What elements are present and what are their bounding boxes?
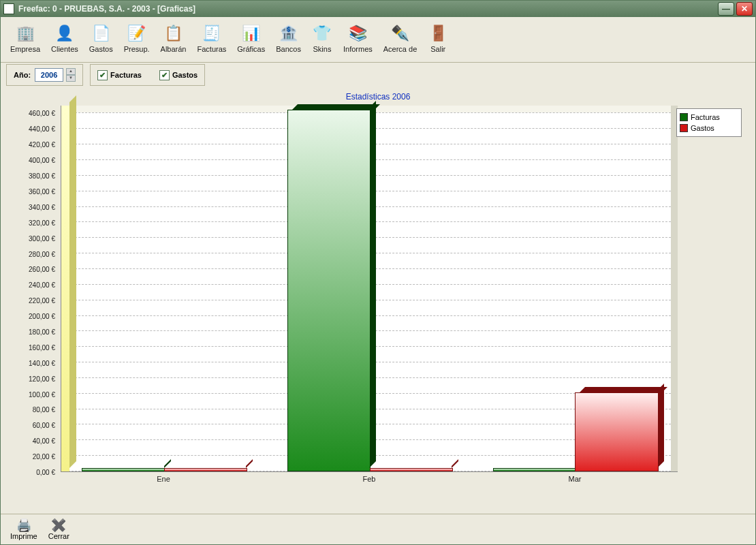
legend-label: Facturas — [691, 113, 720, 121]
plot-region — [61, 106, 678, 472]
toolbar-facturas-button[interactable]: 🧾Facturas — [191, 18, 232, 58]
y-tick-label: 200,00 € — [29, 313, 55, 320]
chart-body: 0,00 €20,00 €40,00 €60,00 €80,00 €100,00… — [17, 106, 678, 484]
cerrar-icon: ✖️ — [51, 518, 66, 532]
x-axis: EneFebMar — [61, 473, 678, 484]
toolbar-bancos-button[interactable]: 🏦Bancos — [270, 18, 306, 58]
y-tick-label: 80,00 € — [33, 406, 55, 414]
bar-facturas-ene — [82, 469, 164, 471]
bottom-cerrar-button[interactable]: ✖️Cerrar — [43, 516, 75, 543]
year-spin-down[interactable]: ▼ — [66, 75, 76, 82]
toolbar-albaran-button[interactable]: 📋Albarán — [155, 18, 192, 58]
y-tick-label: 440,00 € — [29, 125, 55, 133]
x-tick-label: Mar — [569, 475, 582, 483]
app-window: Freefac: 0 - PRUEBAS, S.A. - 2003 - [Gra… — [0, 0, 756, 545]
year-block: Año: ▲ ▼ — [6, 64, 83, 86]
legend: FacturasGastos — [676, 108, 742, 137]
y-tick-label: 460,00 € — [29, 110, 55, 117]
clientes-icon: 👤 — [54, 23, 75, 44]
bottom-imprime-button[interactable]: 🖨️Imprime — [5, 516, 43, 543]
albaran-icon: 📋 — [163, 23, 184, 44]
app-icon — [3, 3, 14, 14]
toolbar-presup-button[interactable]: 📝Presup. — [119, 18, 155, 58]
year-spin-up[interactable]: ▲ — [66, 68, 76, 75]
bar-facturas-feb — [287, 111, 370, 471]
facturas-icon: 🧾 — [202, 23, 222, 44]
toolbar-empresa-button[interactable]: 🏢Empresa — [5, 18, 46, 58]
facturas-checkbox[interactable]: ✔ Facturas — [97, 70, 142, 80]
gastos-checkbox[interactable]: ✔ Gastos — [159, 70, 198, 80]
facturas-checkbox-label: Facturas — [110, 71, 142, 79]
toolbar-label: Salir — [430, 45, 445, 53]
y-tick-label: 340,00 € — [29, 203, 55, 211]
toolbar-graficas-button[interactable]: 📊Gráficas — [232, 18, 270, 58]
toolbar-label: Gráficas — [237, 45, 265, 53]
window-title: Freefac: 0 - PRUEBAS, S.A. - 2003 - [Gra… — [18, 4, 716, 14]
y-axis: 0,00 €20,00 €40,00 €60,00 €80,00 €100,00… — [17, 106, 58, 472]
empresa-icon: 🏢 — [15, 23, 35, 44]
bar-gastos-ene — [164, 469, 247, 471]
graficas-icon: 📊 — [241, 23, 262, 44]
year-input[interactable] — [35, 68, 63, 82]
y-tick-label: 380,00 € — [29, 172, 55, 180]
x-tick-label: Ene — [157, 475, 170, 483]
gastos-icon: 📄 — [91, 23, 111, 44]
chart-wall-bar — [61, 106, 69, 471]
toolbar-salir-button[interactable]: 🚪Salir — [422, 18, 454, 58]
toolbar-acercade-button[interactable]: ✒️Acerca de — [378, 18, 423, 58]
y-tick-label: 100,00 € — [29, 390, 55, 398]
y-tick-label: 140,00 € — [29, 359, 55, 367]
year-label: Año: — [14, 71, 31, 79]
toolbar-label: Skins — [313, 45, 332, 53]
y-tick-label: 400,00 € — [29, 157, 55, 164]
y-tick-label: 360,00 € — [29, 187, 55, 195]
toolbar-label: Gastos — [89, 45, 113, 53]
y-tick-label: 160,00 € — [29, 343, 55, 351]
presup-icon: 📝 — [127, 23, 147, 44]
year-spinner[interactable]: ▲ ▼ — [66, 68, 76, 82]
skins-icon: 👕 — [312, 23, 332, 44]
options-row: Año: ▲ ▼ ✔ Facturas ✔ Gastos — [1, 63, 755, 87]
chart-title: Estadísticas 2006 — [3, 89, 753, 104]
chart-area: Estadísticas 2006 0,00 €20,00 €40,00 €60… — [3, 89, 753, 512]
toolbar-label: Empresa — [10, 45, 40, 53]
y-tick-label: 120,00 € — [29, 375, 55, 382]
legend-item: Gastos — [680, 123, 738, 134]
titlebar: Freefac: 0 - PRUEBAS, S.A. - 2003 - [Gra… — [1, 1, 755, 17]
y-tick-label: 20,00 € — [33, 453, 55, 461]
toolbar-label: Clientes — [51, 45, 78, 53]
toolbar-label: Albarán — [161, 45, 187, 53]
toolbar-label: Informes — [343, 45, 373, 53]
toolbar-informes-button[interactable]: 📚Informes — [338, 18, 378, 58]
bancos-icon: 🏦 — [279, 23, 299, 44]
bottom-label: Cerrar — [48, 532, 69, 540]
y-tick-label: 220,00 € — [29, 297, 55, 305]
gastos-checkbox-label: Gastos — [172, 71, 198, 79]
toolbar-gastos-button[interactable]: 📄Gastos — [84, 18, 119, 58]
toolbar-skins-button[interactable]: 👕Skins — [306, 18, 338, 58]
x-tick-label: Feb — [363, 475, 376, 483]
minimize-button[interactable]: — — [718, 2, 734, 16]
toolbar-label: Acerca de — [383, 45, 418, 53]
check-icon: ✔ — [97, 70, 108, 80]
informes-icon: 📚 — [347, 23, 368, 44]
acercade-icon: ✒️ — [390, 23, 411, 44]
toolbar-clientes-button[interactable]: 👤Clientes — [46, 18, 84, 58]
salir-icon: 🚪 — [428, 23, 448, 44]
close-window-button[interactable]: ✕ — [736, 2, 753, 16]
main-toolbar: 🏢Empresa👤Clientes📄Gastos📝Presup.📋Albarán… — [1, 17, 755, 63]
legend-label: Gastos — [691, 124, 714, 132]
toolbar-label: Bancos — [276, 45, 301, 53]
y-tick-label: 260,00 € — [29, 266, 55, 273]
y-tick-label: 0,00 € — [36, 469, 55, 476]
bottom-toolbar: 🖨️Imprime✖️Cerrar — [1, 514, 755, 544]
y-tick-label: 60,00 € — [33, 422, 55, 429]
toolbar-label: Presup. — [124, 45, 150, 53]
toolbar-label: Facturas — [197, 45, 226, 53]
bar-facturas-mar — [493, 469, 576, 471]
bar-gastos-feb — [370, 469, 452, 471]
y-tick-label: 240,00 € — [29, 281, 55, 289]
legend-swatch — [680, 124, 688, 132]
y-tick-label: 40,00 € — [33, 437, 55, 445]
bar-gastos-mar — [575, 394, 657, 471]
